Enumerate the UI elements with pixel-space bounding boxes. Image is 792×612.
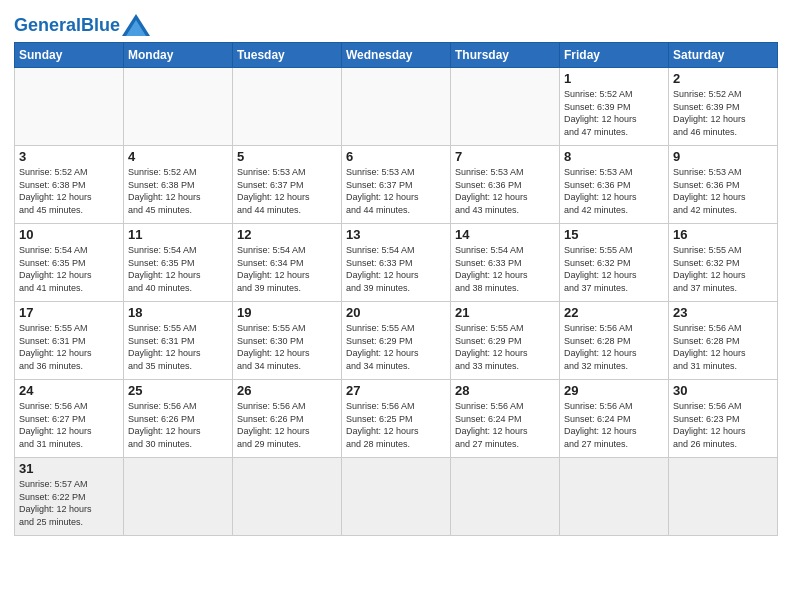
day-cell: 23Sunrise: 5:56 AM Sunset: 6:28 PM Dayli… [669,302,778,380]
day-info: Sunrise: 5:55 AM Sunset: 6:31 PM Dayligh… [128,322,228,372]
day-info: Sunrise: 5:55 AM Sunset: 6:29 PM Dayligh… [455,322,555,372]
day-number: 26 [237,383,337,398]
day-cell [233,458,342,536]
day-info: Sunrise: 5:56 AM Sunset: 6:26 PM Dayligh… [237,400,337,450]
day-number: 31 [19,461,119,476]
day-number: 5 [237,149,337,164]
day-number: 25 [128,383,228,398]
week-row-3: 17Sunrise: 5:55 AM Sunset: 6:31 PM Dayli… [15,302,778,380]
header: GeneralBlue [14,10,778,36]
day-number: 14 [455,227,555,242]
day-info: Sunrise: 5:56 AM Sunset: 6:26 PM Dayligh… [128,400,228,450]
day-info: Sunrise: 5:56 AM Sunset: 6:25 PM Dayligh… [346,400,446,450]
day-info: Sunrise: 5:56 AM Sunset: 6:28 PM Dayligh… [564,322,664,372]
weekday-header-saturday: Saturday [669,43,778,68]
logo: GeneralBlue [14,14,150,36]
weekday-header-tuesday: Tuesday [233,43,342,68]
day-number: 18 [128,305,228,320]
day-info: Sunrise: 5:53 AM Sunset: 6:36 PM Dayligh… [564,166,664,216]
day-number: 6 [346,149,446,164]
day-info: Sunrise: 5:52 AM Sunset: 6:38 PM Dayligh… [19,166,119,216]
day-cell: 28Sunrise: 5:56 AM Sunset: 6:24 PM Dayli… [451,380,560,458]
day-info: Sunrise: 5:56 AM Sunset: 6:23 PM Dayligh… [673,400,773,450]
week-row-1: 3Sunrise: 5:52 AM Sunset: 6:38 PM Daylig… [15,146,778,224]
day-info: Sunrise: 5:53 AM Sunset: 6:36 PM Dayligh… [673,166,773,216]
day-cell: 5Sunrise: 5:53 AM Sunset: 6:37 PM Daylig… [233,146,342,224]
day-number: 23 [673,305,773,320]
page: GeneralBlue SundayMondayTuesdayWednesday… [0,0,792,546]
day-info: Sunrise: 5:55 AM Sunset: 6:31 PM Dayligh… [19,322,119,372]
day-number: 17 [19,305,119,320]
day-number: 19 [237,305,337,320]
day-cell [233,68,342,146]
week-row-0: 1Sunrise: 5:52 AM Sunset: 6:39 PM Daylig… [15,68,778,146]
day-number: 24 [19,383,119,398]
day-cell [669,458,778,536]
day-info: Sunrise: 5:53 AM Sunset: 6:36 PM Dayligh… [455,166,555,216]
day-info: Sunrise: 5:55 AM Sunset: 6:30 PM Dayligh… [237,322,337,372]
day-info: Sunrise: 5:53 AM Sunset: 6:37 PM Dayligh… [237,166,337,216]
day-info: Sunrise: 5:55 AM Sunset: 6:29 PM Dayligh… [346,322,446,372]
day-cell: 18Sunrise: 5:55 AM Sunset: 6:31 PM Dayli… [124,302,233,380]
day-number: 13 [346,227,446,242]
weekday-header-wednesday: Wednesday [342,43,451,68]
day-info: Sunrise: 5:55 AM Sunset: 6:32 PM Dayligh… [564,244,664,294]
day-cell: 25Sunrise: 5:56 AM Sunset: 6:26 PM Dayli… [124,380,233,458]
day-number: 3 [19,149,119,164]
logo-blue: Blue [81,15,120,35]
day-cell: 6Sunrise: 5:53 AM Sunset: 6:37 PM Daylig… [342,146,451,224]
day-cell [451,68,560,146]
day-info: Sunrise: 5:56 AM Sunset: 6:24 PM Dayligh… [455,400,555,450]
day-cell: 2Sunrise: 5:52 AM Sunset: 6:39 PM Daylig… [669,68,778,146]
day-cell: 17Sunrise: 5:55 AM Sunset: 6:31 PM Dayli… [15,302,124,380]
day-cell: 11Sunrise: 5:54 AM Sunset: 6:35 PM Dayli… [124,224,233,302]
day-cell: 31Sunrise: 5:57 AM Sunset: 6:22 PM Dayli… [15,458,124,536]
day-info: Sunrise: 5:52 AM Sunset: 6:39 PM Dayligh… [673,88,773,138]
day-cell: 4Sunrise: 5:52 AM Sunset: 6:38 PM Daylig… [124,146,233,224]
day-cell: 30Sunrise: 5:56 AM Sunset: 6:23 PM Dayli… [669,380,778,458]
day-info: Sunrise: 5:54 AM Sunset: 6:35 PM Dayligh… [19,244,119,294]
day-cell: 29Sunrise: 5:56 AM Sunset: 6:24 PM Dayli… [560,380,669,458]
day-info: Sunrise: 5:56 AM Sunset: 6:24 PM Dayligh… [564,400,664,450]
day-number: 7 [455,149,555,164]
day-cell: 27Sunrise: 5:56 AM Sunset: 6:25 PM Dayli… [342,380,451,458]
logo-text: GeneralBlue [14,15,120,36]
calendar: SundayMondayTuesdayWednesdayThursdayFrid… [14,42,778,536]
day-info: Sunrise: 5:52 AM Sunset: 6:38 PM Dayligh… [128,166,228,216]
day-cell: 24Sunrise: 5:56 AM Sunset: 6:27 PM Dayli… [15,380,124,458]
day-cell [342,458,451,536]
day-info: Sunrise: 5:55 AM Sunset: 6:32 PM Dayligh… [673,244,773,294]
day-cell: 7Sunrise: 5:53 AM Sunset: 6:36 PM Daylig… [451,146,560,224]
day-number: 30 [673,383,773,398]
day-info: Sunrise: 5:54 AM Sunset: 6:35 PM Dayligh… [128,244,228,294]
day-cell: 8Sunrise: 5:53 AM Sunset: 6:36 PM Daylig… [560,146,669,224]
day-cell [560,458,669,536]
day-cell: 1Sunrise: 5:52 AM Sunset: 6:39 PM Daylig… [560,68,669,146]
weekday-header-friday: Friday [560,43,669,68]
day-number: 15 [564,227,664,242]
day-cell: 16Sunrise: 5:55 AM Sunset: 6:32 PM Dayli… [669,224,778,302]
day-cell: 19Sunrise: 5:55 AM Sunset: 6:30 PM Dayli… [233,302,342,380]
day-cell: 15Sunrise: 5:55 AM Sunset: 6:32 PM Dayli… [560,224,669,302]
day-info: Sunrise: 5:54 AM Sunset: 6:33 PM Dayligh… [455,244,555,294]
day-number: 16 [673,227,773,242]
week-row-2: 10Sunrise: 5:54 AM Sunset: 6:35 PM Dayli… [15,224,778,302]
day-cell: 10Sunrise: 5:54 AM Sunset: 6:35 PM Dayli… [15,224,124,302]
day-number: 4 [128,149,228,164]
day-number: 2 [673,71,773,86]
weekday-header-row: SundayMondayTuesdayWednesdayThursdayFrid… [15,43,778,68]
day-cell [124,458,233,536]
day-cell: 26Sunrise: 5:56 AM Sunset: 6:26 PM Dayli… [233,380,342,458]
day-cell: 21Sunrise: 5:55 AM Sunset: 6:29 PM Dayli… [451,302,560,380]
day-cell: 13Sunrise: 5:54 AM Sunset: 6:33 PM Dayli… [342,224,451,302]
day-info: Sunrise: 5:56 AM Sunset: 6:28 PM Dayligh… [673,322,773,372]
day-info: Sunrise: 5:57 AM Sunset: 6:22 PM Dayligh… [19,478,119,528]
day-number: 12 [237,227,337,242]
day-number: 9 [673,149,773,164]
day-number: 22 [564,305,664,320]
day-cell: 22Sunrise: 5:56 AM Sunset: 6:28 PM Dayli… [560,302,669,380]
weekday-header-monday: Monday [124,43,233,68]
weekday-header-thursday: Thursday [451,43,560,68]
day-cell [342,68,451,146]
day-cell: 14Sunrise: 5:54 AM Sunset: 6:33 PM Dayli… [451,224,560,302]
